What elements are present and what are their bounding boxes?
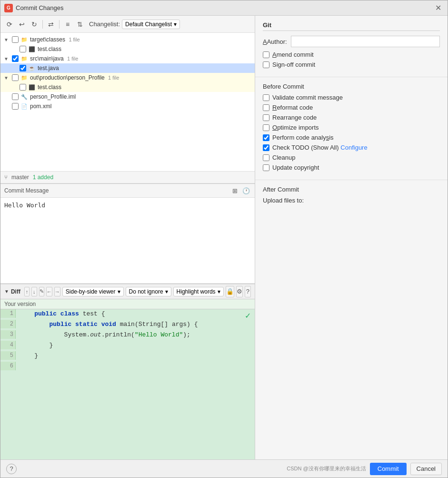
- diff-ignore-dropdown[interactable]: Do not ignore ▾: [126, 287, 171, 296]
- validate-commit-row: Validate commit message: [263, 94, 440, 101]
- class-icon-1: ⬛: [28, 45, 36, 53]
- rearrange-code-checkbox[interactable]: [263, 114, 269, 121]
- diff-viewer-dropdown[interactable]: Side-by-side viewer ▾: [62, 287, 124, 296]
- branch-name: master: [11, 174, 29, 181]
- cancel-button[interactable]: Cancel: [410, 463, 442, 475]
- tree-item-person-profile-iml[interactable]: ▶ 🔧 person_Profile.iml: [0, 92, 255, 102]
- toolbar-move-btn[interactable]: ⇄: [46, 19, 56, 30]
- reformat-code-checkbox[interactable]: [263, 104, 269, 111]
- close-button[interactable]: ✕: [432, 2, 444, 14]
- diff-version-label: Your version: [0, 299, 255, 309]
- diff-highlight-chevron-icon: ▾: [218, 288, 220, 295]
- tree-arrow-src-icon: ▼: [2, 55, 10, 62]
- line-content-3: System.out.println("Hello World");: [16, 330, 194, 339]
- code-line-5: 5 }: [0, 351, 255, 362]
- class-icon-2: ⬛: [28, 83, 36, 91]
- diff-down-btn[interactable]: ↓: [31, 287, 37, 296]
- title-bar-left: G Commit Changes: [4, 4, 63, 12]
- iml-icon: 🔧: [20, 93, 28, 101]
- amend-commit-checkbox[interactable]: [263, 51, 269, 58]
- code-lines: 1 public class test { 2 public static vo…: [0, 309, 255, 372]
- tree-checkbox-out-test[interactable]: [20, 84, 26, 91]
- diff-ignore-value: Do not ignore: [129, 288, 163, 295]
- validate-commit-checkbox[interactable]: [263, 94, 269, 101]
- diff-edit-btn[interactable]: ✎: [39, 287, 44, 296]
- tree-item-pom-xml[interactable]: ▶ 📄 pom.xml: [0, 102, 255, 111]
- diff-lock-btn[interactable]: 🔒: [226, 286, 234, 297]
- left-panel: ⟳ ↩ ↻ ⇄ ≡ ⇅ Changelist: Default Changeli…: [0, 16, 255, 459]
- diff-up-btn[interactable]: ↑: [24, 287, 30, 296]
- optimize-imports-row: Optimize imports: [263, 124, 440, 131]
- diff-collapse-toggle[interactable]: ▼ Diff: [4, 288, 22, 295]
- check-todo-row: Check TODO (Show All) Configure: [263, 144, 440, 151]
- main-content: ⟳ ↩ ↻ ⇄ ≡ ⇅ Changelist: Default Changeli…: [0, 16, 448, 459]
- tree-item-out-production[interactable]: ▼ 📁 out\production\person_Profile 1 file: [0, 73, 255, 82]
- changelist-dropdown[interactable]: Default Changelist ▾: [122, 20, 180, 29]
- changelist-label: Changelist:: [89, 20, 120, 28]
- diff-next-btn[interactable]: →: [54, 287, 60, 296]
- help-button[interactable]: ?: [6, 464, 17, 474]
- check-todo-checkbox[interactable]: [263, 144, 269, 151]
- tree-checkbox-target-test[interactable]: [20, 46, 26, 52]
- diff-highlight-value: Highlight words: [177, 288, 216, 295]
- rearrange-code-row: Rearrange code: [263, 114, 440, 121]
- cleanup-row: Cleanup: [263, 154, 440, 161]
- tree-item-out-test-class[interactable]: ▶ ⬛ test.class: [0, 82, 255, 92]
- tree-checkbox-target[interactable]: [12, 36, 19, 43]
- configure-link[interactable]: Configure: [340, 144, 367, 151]
- cleanup-checkbox[interactable]: [263, 154, 269, 161]
- cleanup-label: Cleanup: [272, 154, 295, 161]
- toolbar-sep-1: [42, 20, 43, 29]
- tree-item-target-classes[interactable]: ▼ 📁 target\classes 1 file: [0, 35, 255, 44]
- toolbar-collapse-btn[interactable]: ⇅: [75, 19, 85, 30]
- commit-msg-template-btn[interactable]: ⊞: [230, 186, 239, 195]
- reformat-code-label: Reformat code: [272, 104, 313, 111]
- signoff-commit-checkbox[interactable]: [263, 61, 269, 68]
- commit-msg-recent-btn[interactable]: 🕐: [241, 186, 251, 195]
- toolbar-expand-btn[interactable]: ≡: [62, 19, 73, 30]
- update-copyright-row: Update copyright: [263, 164, 440, 171]
- commit-button[interactable]: Commit: [370, 463, 407, 475]
- diff-section: ▼ Diff ↑ ↓ ✎ ← → Side-by-side viewer ▾ D…: [0, 284, 255, 459]
- diff-viewer-chevron-icon: ▾: [118, 288, 120, 295]
- reformat-code-row: Reformat code: [263, 104, 440, 111]
- footer-left: ?: [6, 464, 17, 474]
- diff-prev-btn[interactable]: ←: [46, 287, 52, 296]
- code-analysis-checkbox[interactable]: [263, 134, 269, 141]
- changelist-value: Default Changelist: [125, 21, 172, 28]
- window-footer: ? CSDN @没有你哪里来的幸福生活 Commit Cancel: [0, 459, 448, 478]
- commit-message-input[interactable]: Hello World: [0, 198, 255, 284]
- branch-icon: ⑂: [4, 174, 8, 181]
- diff-settings-btn[interactable]: ⚙: [236, 286, 243, 297]
- update-copyright-checkbox[interactable]: [263, 164, 269, 171]
- diff-title: Diff: [11, 288, 20, 295]
- toolbar: ⟳ ↩ ↻ ⇄ ≡ ⇅ Changelist: Default Changeli…: [0, 16, 255, 33]
- tree-item-src-main-java[interactable]: ▼ 📁 src\main\java 1 file: [0, 54, 255, 63]
- tree-item-test-java[interactable]: ▶ ☕ test.java: [0, 63, 255, 73]
- toolbar-undo-btn[interactable]: ↩: [17, 19, 27, 30]
- folder-icon-2: 📁: [20, 55, 28, 62]
- tree-checkbox-test-java[interactable]: [20, 65, 26, 71]
- tree-checkbox-src[interactable]: [12, 55, 19, 62]
- code-line-6: 6: [0, 362, 255, 372]
- author-label: AAuthor:: [263, 38, 287, 45]
- tree-checkbox-pom[interactable]: [12, 103, 19, 110]
- optimize-imports-checkbox[interactable]: [263, 124, 269, 131]
- tree-checkbox-out[interactable]: [12, 74, 19, 81]
- line-content-5: }: [16, 351, 42, 360]
- tree-item-target-test-class[interactable]: ▶ ⬛ test.class: [0, 44, 255, 54]
- added-badge: 1 added: [33, 174, 53, 181]
- toolbar-refresh-btn[interactable]: ⟳: [4, 19, 15, 30]
- author-label-text: Author:: [267, 38, 287, 45]
- amend-commit-row: Amend commit: [263, 51, 440, 58]
- update-copyright-label: Update copyright: [272, 164, 319, 171]
- tree-checkbox-iml[interactable]: [12, 93, 19, 100]
- code-line-4: 4 }: [0, 341, 255, 351]
- toolbar-revert-btn[interactable]: ↻: [29, 19, 40, 30]
- diff-highlight-dropdown[interactable]: Highlight words ▾: [173, 287, 224, 296]
- window-title: Commit Changes: [16, 4, 63, 11]
- diff-ignore-chevron-icon: ▾: [165, 288, 168, 295]
- diff-help-btn[interactable]: ?: [245, 286, 251, 297]
- author-input[interactable]: [291, 36, 440, 47]
- git-section: Git AAuthor: Amend commit Si: [255, 16, 448, 77]
